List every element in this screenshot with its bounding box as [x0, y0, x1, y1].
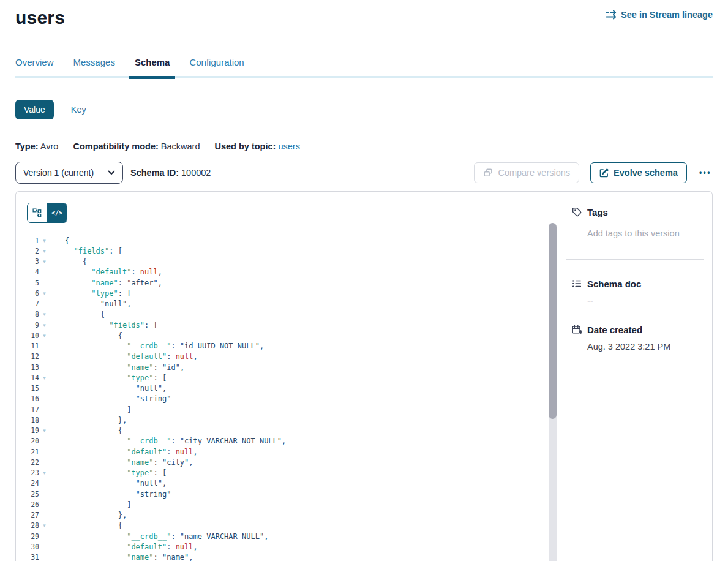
code-line-text: "string" [50, 394, 171, 404]
code-line-text: "fields": [ [50, 320, 158, 330]
code-line-row: 17 ] [16, 404, 560, 415]
fold-toggle-icon[interactable]: ▾ [39, 311, 50, 317]
line-number: 20 [16, 437, 39, 445]
code-line-row: 12 "default": null, [16, 352, 560, 362]
code-line-text: "default": null, [50, 541, 198, 552]
line-number: 31 [16, 553, 39, 561]
fold-toggle-icon[interactable]: ▾ [39, 248, 50, 254]
code-line-row: 16 "string" [16, 394, 560, 404]
schema-editor-area: </> 1▾{2▾ "fields": [3▾ {4 "default": nu… [16, 192, 560, 561]
version-bar: Version 1 (current) Schema ID: 100002 Co… [15, 162, 713, 184]
line-number: 15 [16, 384, 39, 393]
line-number: 4 [16, 268, 39, 276]
fold-toggle-icon[interactable]: ▾ [39, 322, 50, 328]
code-lines: 1▾{2▾ "fields": [3▾ {4 "default": null,5… [16, 235, 560, 561]
fold-toggle-icon[interactable]: ▾ [39, 427, 50, 434]
tab-schema[interactable]: Schema [135, 57, 170, 67]
tab-messages[interactable]: Messages [73, 57, 115, 67]
line-number: 27 [16, 511, 39, 519]
code-view-button[interactable]: </> [47, 203, 67, 222]
fold-toggle-icon[interactable]: ▾ [39, 238, 50, 244]
line-number: 10 [16, 331, 39, 340]
code-line-text: ] [50, 499, 131, 510]
tag-icon [571, 206, 582, 217]
schema-id-value: 100002 [181, 168, 211, 178]
fold-toggle-icon[interactable]: ▾ [39, 290, 50, 296]
code-line-text: { [50, 309, 105, 320]
tab-bar: Overview Messages Schema Configuration [15, 57, 713, 78]
code-line-row: 10▾ { [16, 330, 560, 341]
code-line-row: 23▾ "type": [ [16, 468, 560, 478]
tags-section: Tags [571, 206, 704, 260]
line-number: 7 [16, 299, 39, 308]
code-line-text: "type": [ [50, 288, 131, 298]
version-select-value: Version 1 (current) [23, 168, 94, 178]
evolve-schema-icon [599, 168, 609, 178]
code-view-icon: </> [51, 209, 62, 216]
line-number: 9 [16, 321, 39, 329]
code-line-row: 21 "default": null, [16, 446, 560, 457]
code-line-row: 14▾ "type": [ [16, 372, 560, 383]
more-options-button[interactable]: ••• [698, 166, 713, 179]
stream-lineage-link[interactable]: See in Stream lineage [606, 10, 713, 20]
line-number: 28 [16, 521, 39, 530]
fold-toggle-icon[interactable]: ▾ [39, 258, 50, 265]
fold-toggle-icon[interactable]: ▾ [39, 522, 50, 529]
code-line-text: }, [50, 510, 127, 521]
evolve-schema-button[interactable]: Evolve schema [590, 162, 687, 183]
page-title: users [15, 7, 65, 28]
code-line-row: 31 "name": "name", [16, 552, 560, 561]
version-select[interactable]: Version 1 (current) [15, 162, 123, 184]
schema-doc-section: Schema doc -- [571, 278, 704, 306]
code-line-row: 15 "null", [16, 383, 560, 394]
line-number: 22 [16, 458, 39, 467]
compare-versions-icon [483, 168, 493, 178]
code-line-text: "null", [50, 383, 167, 394]
add-tags-input[interactable] [587, 227, 704, 243]
code-line-row: 26 ] [16, 499, 560, 510]
tab-configuration[interactable]: Configuration [189, 57, 244, 67]
fold-toggle-icon[interactable]: ▾ [39, 333, 50, 339]
compare-versions-button[interactable]: Compare versions [474, 162, 579, 183]
compatibility-value: Backward [161, 141, 200, 151]
schema-meta-row: Type: Avro Compatibility mode: Backward … [15, 141, 713, 151]
topic-link[interactable]: users [278, 141, 299, 151]
type-label: Type: [15, 141, 39, 151]
code-line-row: 28▾ { [16, 521, 560, 531]
schema-code-editor[interactable]: 1▾{2▾ "fields": [3▾ {4 "default": null,5… [16, 235, 560, 561]
fold-toggle-icon[interactable]: ▾ [39, 375, 50, 381]
doc-list-icon [571, 278, 582, 289]
line-number: 24 [16, 479, 39, 488]
code-line-text: { [50, 235, 69, 246]
code-line-text: "type": [ [50, 372, 167, 383]
code-line-row: 3▾ { [16, 257, 560, 267]
schema-doc-heading-row: Schema doc [571, 278, 704, 289]
date-created-value: Aug. 3 2022 3:21 PM [587, 342, 704, 352]
code-line-text: "name": "id", [50, 362, 184, 372]
calendar-plus-icon [571, 324, 582, 335]
code-line-row: 24 "null", [16, 478, 560, 489]
fold-toggle-icon[interactable]: ▾ [39, 470, 50, 476]
line-number: 21 [16, 448, 39, 456]
code-line-text: "type": [ [50, 468, 167, 478]
compatibility-label: Compatibility mode: [73, 141, 158, 151]
line-number: 19 [16, 426, 39, 435]
value-toggle-button[interactable]: Value [15, 100, 54, 119]
code-line-text: "name": "name", [50, 552, 193, 561]
line-number: 29 [16, 532, 39, 541]
tab-overview[interactable]: Overview [15, 57, 54, 67]
editor-scrollbar-thumb[interactable] [549, 223, 557, 419]
tree-view-button[interactable] [28, 203, 47, 222]
type-field: Type: Avro [15, 141, 58, 151]
code-line-row: 5 "name": "after", [16, 277, 560, 288]
schema-doc-heading: Schema doc [587, 279, 641, 289]
key-toggle-link[interactable]: Key [71, 105, 86, 115]
code-line-row: 18 }, [16, 415, 560, 425]
value-key-toggle: Value Key [15, 100, 713, 119]
editor-scrollbar-track[interactable] [549, 223, 557, 561]
code-line-text: "name": "city", [50, 457, 193, 467]
schema-id-field: Schema ID: 100002 [130, 168, 211, 178]
code-line-text: "default": null, [50, 267, 162, 277]
stream-lineage-icon [606, 10, 617, 20]
schema-id-label: Schema ID: [130, 168, 179, 178]
